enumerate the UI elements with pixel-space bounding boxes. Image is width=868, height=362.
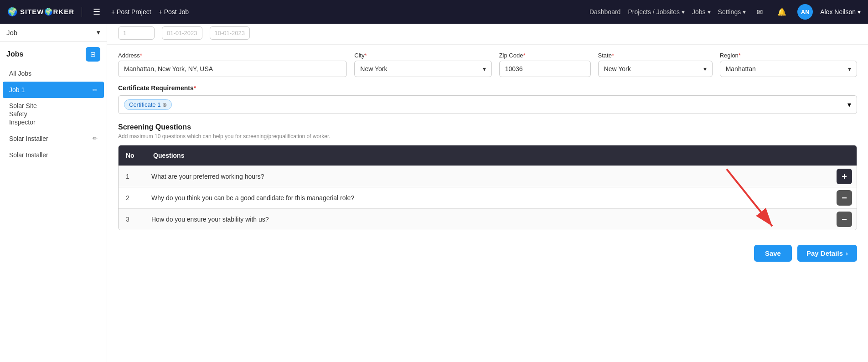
- state-label: State*: [598, 52, 713, 59]
- projects-link[interactable]: Projects / Jobsites ▾: [628, 8, 685, 16]
- scrolled-content: 1 01-01-2023 10-01-2023: [107, 24, 868, 45]
- dashboard-link[interactable]: Dashboard: [589, 8, 621, 16]
- save-button[interactable]: Save: [754, 245, 792, 262]
- sidebar-item-label: Job 1: [9, 86, 25, 93]
- row-no-3: 3: [119, 211, 146, 228]
- user-chevron-icon: ▾: [858, 8, 861, 16]
- navbar: 🌍 SITEW🌍RKER ☰ + Post Project + Post Job…: [0, 0, 868, 24]
- table-header: No Questions: [119, 145, 857, 165]
- address-label: Address*: [118, 52, 347, 59]
- bottom-bar: Save Pay Details ›: [107, 238, 868, 269]
- dropdown-chevron-icon: ▾: [97, 28, 100, 36]
- cert-tag-remove[interactable]: ⊗: [162, 102, 167, 108]
- filter-button[interactable]: ⊟: [86, 47, 100, 62]
- sidebar-item-label: All Jobs: [9, 70, 31, 77]
- user-name[interactable]: Alex Neilson ▾: [820, 8, 861, 16]
- sidebar-item-all-jobs[interactable]: All Jobs: [3, 65, 104, 82]
- table-row: 3 −: [119, 208, 857, 230]
- form-area: Address* City* New York ▾ Zip Code*: [107, 45, 868, 238]
- zip-group: Zip Code*: [499, 52, 591, 77]
- region-label: Region*: [720, 52, 857, 59]
- settings-link[interactable]: Settings ▾: [718, 8, 746, 16]
- row-q-3: [146, 211, 832, 228]
- address-input[interactable]: [118, 61, 347, 77]
- sidebar-item-label: Solar Installer: [9, 135, 48, 142]
- post-project-button[interactable]: + Post Project: [111, 8, 151, 16]
- cert-dropdown[interactable]: Certificate 1 ⊗ ▾: [118, 95, 857, 114]
- filter-icon: ⊟: [90, 51, 96, 58]
- zip-label: Zip Code*: [499, 52, 591, 59]
- hamburger-button[interactable]: ☰: [89, 5, 104, 19]
- projects-chevron-icon: ▾: [682, 8, 685, 16]
- sidebar-item-solar-installer-1[interactable]: Solar Installer ✏: [3, 130, 104, 147]
- address-row: Address* City* New York ▾ Zip Code*: [118, 52, 857, 77]
- sidebar-section-header: Jobs ⊟: [0, 41, 107, 65]
- cert-chevron-icon: ▾: [847, 100, 851, 109]
- pay-chevron-icon: ›: [846, 249, 848, 257]
- sidebar-item-solar-safety[interactable]: Solar SiteSafetyInspector: [3, 98, 104, 130]
- row-no-1: 1: [119, 168, 146, 185]
- city-dropdown[interactable]: New York ▾: [354, 61, 491, 77]
- bell-icon[interactable]: 🔔: [774, 6, 790, 18]
- jobs-link[interactable]: Jobs ▾: [692, 8, 711, 16]
- sidebar-item-solar-installer-2[interactable]: Solar Installer: [3, 147, 104, 163]
- table-row: 1 +: [119, 165, 857, 187]
- remove-question-button-2[interactable]: −: [837, 190, 852, 206]
- question-input-3[interactable]: [146, 211, 832, 228]
- scrolled-field-1: 1: [118, 26, 155, 40]
- city-group: City* New York ▾: [354, 52, 491, 77]
- cert-tag-1: Certificate 1 ⊗: [124, 99, 172, 110]
- logo: 🌍 SITEW🌍RKER: [7, 7, 82, 17]
- avatar[interactable]: AN: [797, 4, 813, 20]
- question-input-2[interactable]: [146, 190, 832, 206]
- sidebar-item-label: Solar Installer: [9, 151, 48, 159]
- sidebar-item-label: Solar SiteSafetyInspector: [9, 102, 37, 127]
- edit-icon[interactable]: ✏: [93, 87, 98, 93]
- sidebar: Job ▾ Jobs ⊟ All Jobs Job 1 ✏ Solar Site…: [0, 24, 107, 362]
- region-group: Region* Manhattan ▾: [720, 52, 857, 77]
- row-q-1: [146, 168, 832, 185]
- logo-text: SITEW🌍RKER: [20, 8, 74, 16]
- scrolled-field-2: 01-01-2023: [162, 26, 202, 40]
- pay-details-button[interactable]: Pay Details ›: [797, 245, 857, 262]
- zip-input[interactable]: [499, 61, 591, 77]
- screening-title: Screening Questions: [118, 123, 857, 131]
- certificate-section: Certificate Requirements* Certificate 1 …: [118, 84, 857, 114]
- row-no-2: 2: [119, 190, 146, 206]
- sidebar-item-job1[interactable]: Job 1 ✏: [3, 82, 104, 98]
- cert-tags: Certificate 1 ⊗: [124, 99, 847, 110]
- address-group: Address*: [118, 52, 347, 77]
- state-group: State* New York ▾: [598, 52, 713, 77]
- mail-icon[interactable]: ✉: [753, 6, 766, 18]
- city-chevron-icon: ▾: [483, 65, 486, 72]
- row-action-2: −: [832, 187, 857, 208]
- row-action-3: −: [832, 209, 857, 230]
- edit-icon[interactable]: ✏: [93, 135, 98, 142]
- row-action-1: +: [832, 166, 857, 187]
- scrolled-field-3: 10-01-2023: [210, 26, 250, 40]
- post-job-button[interactable]: + Post Job: [159, 8, 189, 16]
- sidebar-section-title: Jobs: [6, 50, 23, 58]
- col-no: No: [119, 145, 146, 165]
- row-q-2: [146, 190, 832, 206]
- settings-chevron-icon: ▾: [743, 8, 746, 16]
- remove-question-button-3[interactable]: −: [837, 212, 852, 227]
- question-input-1[interactable]: [146, 168, 832, 185]
- screening-subtitle: Add maximum 10 questions which can help …: [118, 133, 857, 140]
- logo-icon: 🌍: [7, 7, 17, 17]
- sidebar-type-dropdown[interactable]: Job ▾: [0, 24, 107, 41]
- table-row: 2 −: [119, 187, 857, 208]
- questions-table: No Questions 1 + 2: [118, 145, 857, 230]
- jobs-chevron-icon: ▾: [708, 8, 711, 16]
- cert-header: Certificate Requirements*: [118, 84, 857, 92]
- state-dropdown[interactable]: New York ▾: [598, 61, 713, 77]
- region-chevron-icon: ▾: [848, 65, 851, 72]
- city-label: City*: [354, 52, 491, 59]
- region-dropdown[interactable]: Manhattan ▾: [720, 61, 857, 77]
- screening-section: Screening Questions Add maximum 10 quest…: [118, 123, 857, 230]
- add-question-button[interactable]: +: [837, 169, 852, 184]
- state-chevron-icon: ▾: [703, 65, 707, 72]
- col-questions: Questions: [146, 145, 857, 165]
- main-content: 1 01-01-2023 10-01-2023 Address* City*: [107, 24, 868, 362]
